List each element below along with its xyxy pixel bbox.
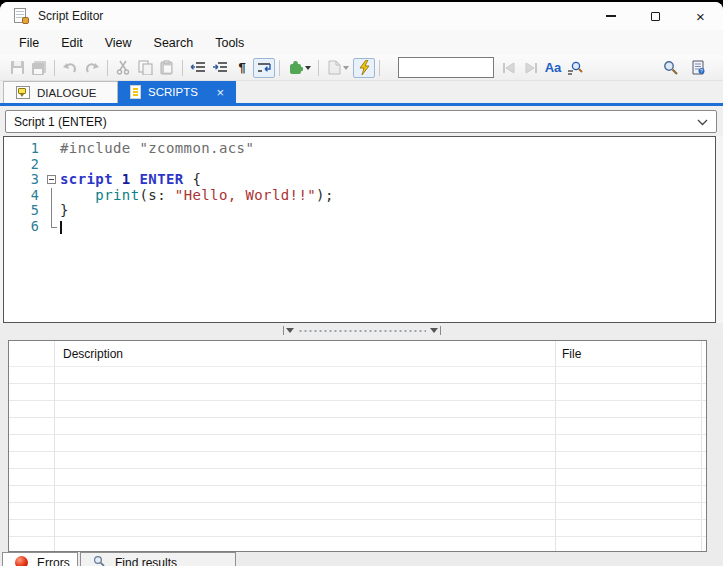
word-wrap-icon — [257, 61, 272, 74]
undo-button[interactable] — [59, 58, 81, 78]
save-all-button[interactable] — [28, 58, 50, 78]
text-cursor — [60, 221, 62, 234]
lightning-icon — [358, 60, 371, 75]
code-editor[interactable]: 1 #include "zcommon.acs" 2 3 script 1 EN… — [3, 136, 716, 323]
minimize-button[interactable] — [588, 2, 633, 30]
code-line: 2 — [4, 157, 715, 173]
column-header-file[interactable]: File — [562, 347, 581, 361]
toolbar: ¶ Aa — [0, 55, 723, 81]
code-line: 6 — [4, 219, 715, 235]
compile-button[interactable] — [323, 58, 353, 78]
plain-token: { — [184, 171, 202, 187]
tab-find-results[interactable]: Find results — [80, 552, 236, 566]
window-controls: × — [588, 2, 723, 30]
line-number: 2 — [4, 157, 44, 173]
scripts-menu-button[interactable] — [284, 58, 314, 78]
speech-bubble-icon — [16, 86, 30, 99]
paste-button[interactable] — [156, 58, 178, 78]
find-results-magnifier-icon — [93, 555, 105, 566]
save-button[interactable] — [6, 58, 28, 78]
maximize-button[interactable] — [633, 2, 678, 30]
plain-token: } — [60, 202, 69, 218]
panel-splitter[interactable] — [0, 323, 723, 338]
fold-end — [51, 227, 57, 228]
function-token: print — [60, 187, 139, 203]
redo-button[interactable] — [81, 58, 103, 78]
pilcrow-icon: ¶ — [238, 61, 245, 74]
plain-token: (s: — [139, 187, 174, 203]
tab-find-results-label: Find results — [115, 556, 177, 566]
collapse-arrow-icon — [430, 328, 438, 333]
help-button[interactable]: ? — [687, 58, 709, 78]
keyword-token: script — [60, 171, 113, 187]
menu-search[interactable]: Search — [143, 33, 205, 53]
menubar: File Edit View Search Tools — [0, 30, 723, 55]
match-case-icon: Aa — [545, 61, 562, 74]
fold-gutter — [44, 157, 60, 173]
line-number: 6 — [4, 219, 44, 235]
collapse-arrow-icon — [286, 328, 294, 333]
toolbar-separator — [379, 60, 380, 76]
run-script-button[interactable] — [353, 58, 375, 78]
fold-gutter — [44, 172, 60, 188]
code-line: 4 print(s: "Hello, World!!"); — [4, 188, 715, 204]
tab-scripts[interactable]: SCRIPTS × — [118, 81, 236, 103]
arrow-previous-icon — [502, 62, 516, 74]
compile-page-icon — [328, 60, 341, 75]
errors-table[interactable]: Description File — [8, 340, 707, 552]
acs-script-icon — [130, 85, 141, 99]
tab-errors[interactable]: Errors — [2, 552, 78, 566]
menu-file[interactable]: File — [8, 33, 50, 53]
cut-button[interactable] — [112, 58, 134, 78]
fold-line — [51, 203, 52, 219]
save-all-icon — [31, 60, 47, 76]
code-line: 3 script 1 ENTER { — [4, 172, 715, 188]
fold-collapse-icon[interactable] — [47, 175, 56, 184]
window-title: Script Editor — [38, 9, 103, 23]
tab-dialogue[interactable]: DIALOGUE — [3, 81, 118, 103]
screen: Script Editor × File Edit View Search To… — [0, 0, 723, 566]
keyword-token: ENTER — [131, 171, 184, 187]
outdent-button[interactable] — [187, 58, 209, 78]
toolbar-separator — [279, 60, 280, 76]
search-input[interactable] — [398, 57, 494, 78]
document-tabbar: DIALOGUE SCRIPTS × — [0, 81, 723, 106]
indent-button[interactable] — [209, 58, 231, 78]
menu-tools[interactable]: Tools — [204, 33, 255, 53]
maximize-icon — [651, 12, 660, 21]
toolbar-separator — [54, 60, 55, 76]
line-number: 4 — [4, 188, 44, 204]
script-selector[interactable]: Script 1 (ENTER) — [5, 110, 717, 133]
find-replace-icon — [567, 61, 583, 75]
script-help-icon: ? — [691, 60, 705, 75]
copy-button[interactable] — [134, 58, 156, 78]
splitter-handle[interactable] — [283, 326, 441, 335]
puzzle-icon — [288, 60, 303, 75]
tab-close-icon[interactable]: × — [206, 86, 224, 99]
fold-gutter — [44, 219, 60, 235]
find-previous-button[interactable] — [498, 58, 520, 78]
find-next-button[interactable] — [520, 58, 542, 78]
dropdown-caret-icon — [305, 66, 311, 70]
magnifier-icon — [663, 60, 678, 75]
line-number: 5 — [4, 203, 44, 219]
match-case-button[interactable]: Aa — [542, 58, 564, 78]
number-token: 1 — [113, 171, 131, 187]
app-icon — [13, 8, 29, 24]
minimize-icon — [606, 15, 616, 16]
code-line: 1 #include "zcommon.acs" — [4, 141, 715, 157]
fold-gutter — [44, 203, 60, 219]
close-button[interactable]: × — [678, 2, 723, 30]
undo-icon — [62, 61, 78, 75]
splitter-grip-dots — [298, 328, 426, 334]
table-header: Description File — [9, 341, 706, 367]
cut-icon — [116, 60, 130, 75]
menu-view[interactable]: View — [94, 33, 143, 53]
column-header-description[interactable]: Description — [63, 347, 123, 361]
show-whitespace-button[interactable]: ¶ — [231, 58, 253, 78]
indent-icon — [212, 61, 228, 74]
word-wrap-button[interactable] — [253, 58, 275, 78]
menu-edit[interactable]: Edit — [50, 33, 94, 53]
find-replace-button[interactable] — [564, 58, 586, 78]
zoom-button[interactable] — [659, 58, 681, 78]
